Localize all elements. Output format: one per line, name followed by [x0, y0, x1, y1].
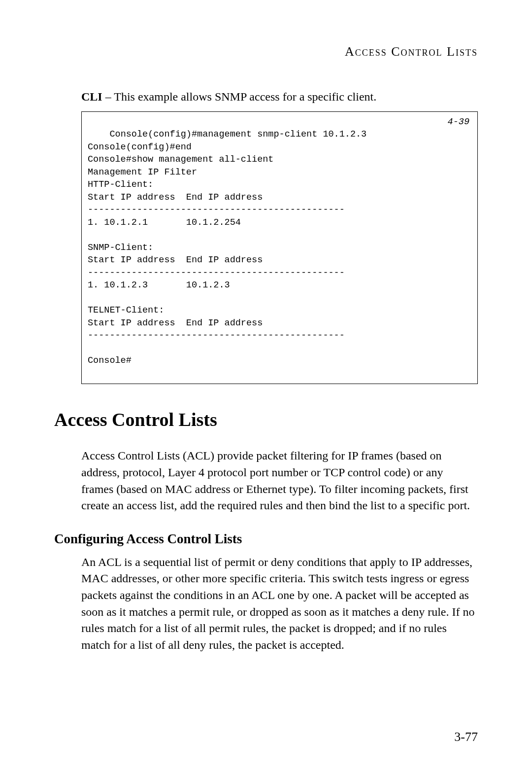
sub-paragraph: An ACL is a sequential list of permit or… — [81, 554, 478, 654]
running-header: Access Control Lists — [54, 44, 478, 59]
intro-paragraph: CLI – This example allows SNMP access fo… — [81, 89, 478, 106]
section-paragraph: Access Control Lists (ACL) provide packe… — [81, 448, 478, 514]
section-heading: Access Control Lists — [54, 409, 478, 430]
page-number: 3-77 — [454, 730, 478, 744]
sub-heading: Configuring Access Control Lists — [54, 531, 478, 547]
intro-label: CLI — [81, 90, 102, 103]
code-reference: 4-39 — [448, 116, 469, 129]
intro-text: – This example allows SNMP access for a … — [102, 90, 377, 103]
document-page: Access Control Lists CLI – This example … — [0, 0, 532, 774]
code-content: Console(config)#management snmp-client 1… — [88, 129, 366, 366]
cli-code-block: 4-39Console(config)#management snmp-clie… — [81, 111, 478, 385]
